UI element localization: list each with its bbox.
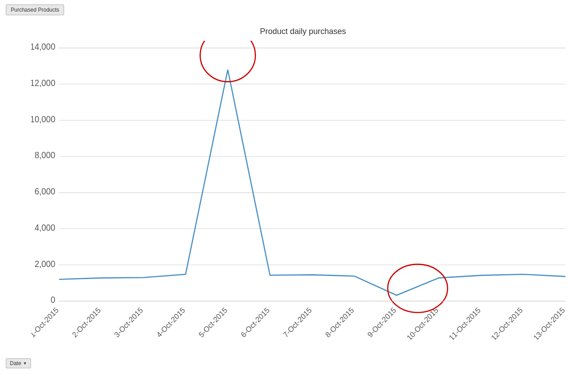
svg-text:10-Oct-2015: 10-Oct-2015 bbox=[405, 306, 440, 340]
svg-text:2-Oct-2015: 2-Oct-2015 bbox=[70, 306, 102, 340]
svg-text:13-Oct-2015: 13-Oct-2015 bbox=[532, 306, 567, 340]
svg-text:6-Oct-2015: 6-Oct-2015 bbox=[239, 306, 271, 340]
svg-text:10,000: 10,000 bbox=[31, 114, 55, 124]
chart-container: Product daily purchases 02,0004,0006,000… bbox=[0, 22, 588, 348]
svg-text:5-Oct-2015: 5-Oct-2015 bbox=[197, 306, 229, 340]
svg-text:3-Oct-2015: 3-Oct-2015 bbox=[112, 306, 144, 340]
svg-point-30 bbox=[388, 264, 448, 313]
svg-text:6,000: 6,000 bbox=[35, 187, 55, 196]
date-label: Date bbox=[10, 360, 21, 366]
svg-text:8-Oct-2015: 8-Oct-2015 bbox=[324, 306, 355, 340]
svg-text:4,000: 4,000 bbox=[35, 223, 55, 232]
svg-text:12,000: 12,000 bbox=[31, 78, 55, 88]
svg-text:4-Oct-2015: 4-Oct-2015 bbox=[155, 306, 187, 340]
date-filter-button[interactable]: Date ▼ bbox=[6, 358, 31, 368]
svg-text:12-Oct-2015: 12-Oct-2015 bbox=[489, 306, 524, 340]
svg-text:2,000: 2,000 bbox=[35, 259, 55, 268]
svg-text:0: 0 bbox=[51, 295, 55, 305]
svg-point-29 bbox=[200, 41, 255, 82]
purchased-products-button[interactable]: Purchased Products bbox=[6, 4, 64, 15]
svg-text:7-Oct-2015: 7-Oct-2015 bbox=[281, 306, 313, 340]
svg-text:11-Oct-2015: 11-Oct-2015 bbox=[447, 306, 482, 340]
chart-area: 02,0004,0006,0008,00010,00012,00014,0001… bbox=[31, 41, 575, 340]
line-chart: 02,0004,0006,0008,00010,00012,00014,0001… bbox=[31, 41, 575, 340]
svg-text:1-Oct-2015: 1-Oct-2015 bbox=[31, 306, 60, 340]
svg-text:14,000: 14,000 bbox=[31, 42, 55, 52]
chart-title: Product daily purchases bbox=[31, 27, 575, 36]
svg-text:9-Oct-2015: 9-Oct-2015 bbox=[366, 306, 398, 340]
svg-text:8,000: 8,000 bbox=[35, 151, 55, 160]
dropdown-arrow-icon: ▼ bbox=[23, 361, 27, 366]
